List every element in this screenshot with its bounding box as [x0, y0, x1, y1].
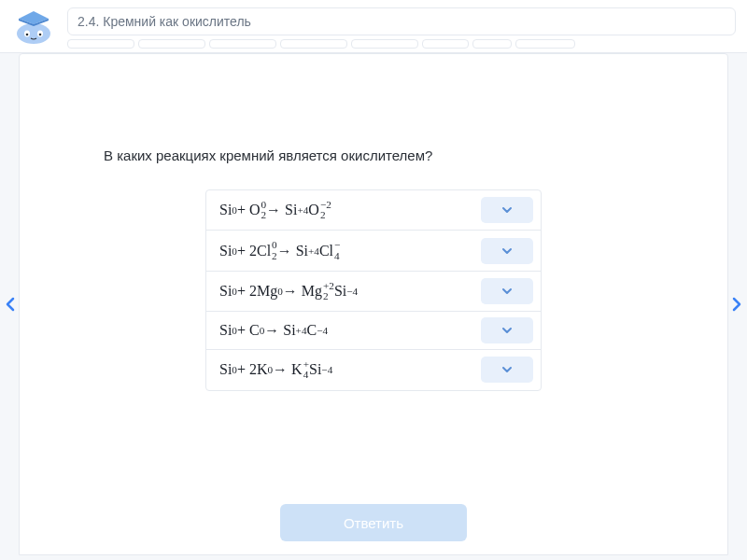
- progress-segment[interactable]: [351, 39, 418, 49]
- reactions-table: Si0 + O02 → Si+4O−22Si0 + 2Cl02 → Si+4Cl…: [205, 189, 542, 391]
- reaction-equation: Si0 + C0 → Si+4C−4: [206, 312, 473, 349]
- question-text: В каких реакциях кремний является окисли…: [104, 147, 432, 163]
- reaction-row: Si0 + O02 → Si+4O−22: [206, 190, 541, 231]
- progress-segment[interactable]: [280, 39, 347, 49]
- app-logo[interactable]: [11, 7, 56, 45]
- answer-cell: [473, 190, 541, 230]
- reaction-equation: Si0 + 2Mg0 → Mg+22Si−4: [206, 272, 473, 311]
- progress-bar: [67, 39, 736, 49]
- progress-segment[interactable]: [67, 39, 134, 49]
- svg-point-4: [39, 34, 42, 36]
- progress-segment[interactable]: [515, 39, 575, 49]
- header: 2.4. Кремний как окислитель: [0, 0, 747, 53]
- prev-button[interactable]: [2, 291, 19, 317]
- chevron-down-icon: [501, 206, 513, 214]
- chevron-down-icon: [501, 287, 513, 295]
- answer-dropdown[interactable]: [481, 238, 533, 264]
- svg-point-0: [17, 23, 50, 44]
- progress-segment[interactable]: [209, 39, 276, 49]
- progress-segment[interactable]: [422, 39, 469, 49]
- chevron-down-icon: [501, 366, 513, 373]
- content: В каких реакциях кремний является окисли…: [0, 53, 747, 555]
- reaction-equation: Si0 + 2Cl02 → Si+4Cl−4: [206, 231, 473, 270]
- next-button[interactable]: [728, 291, 745, 317]
- answer-dropdown[interactable]: [481, 278, 533, 304]
- reaction-row: Si0 + 2Cl02 → Si+4Cl−4: [206, 231, 541, 271]
- answer-cell: [473, 312, 541, 349]
- chevron-down-icon: [501, 247, 513, 255]
- reaction-row: Si0 + C0 → Si+4C−4: [206, 312, 541, 350]
- reaction-equation: Si0 + 2K0 → K+4Si−4: [206, 350, 473, 389]
- answer-cell: [473, 350, 541, 389]
- reaction-row: Si0 + 2Mg0 → Mg+22Si−4: [206, 272, 541, 312]
- answer-dropdown[interactable]: [481, 197, 533, 223]
- lesson-title[interactable]: 2.4. Кремний как окислитель: [67, 7, 736, 35]
- progress-segment[interactable]: [472, 39, 512, 49]
- question-card: В каких реакциях кремний является окисли…: [19, 53, 728, 555]
- chevron-down-icon: [501, 327, 513, 334]
- answer-cell: [473, 272, 541, 311]
- reaction-row: Si0 + 2K0 → K+4Si−4: [206, 350, 541, 389]
- progress-segment[interactable]: [138, 39, 205, 49]
- answer-cell: [473, 231, 541, 270]
- answer-dropdown[interactable]: [481, 317, 533, 343]
- svg-point-3: [26, 34, 29, 36]
- reaction-equation: Si0 + O02 → Si+4O−22: [206, 190, 473, 230]
- submit-button[interactable]: Ответить: [280, 504, 467, 541]
- breadcrumb-area: 2.4. Кремний как окислитель: [67, 7, 736, 49]
- answer-dropdown[interactable]: [481, 357, 533, 383]
